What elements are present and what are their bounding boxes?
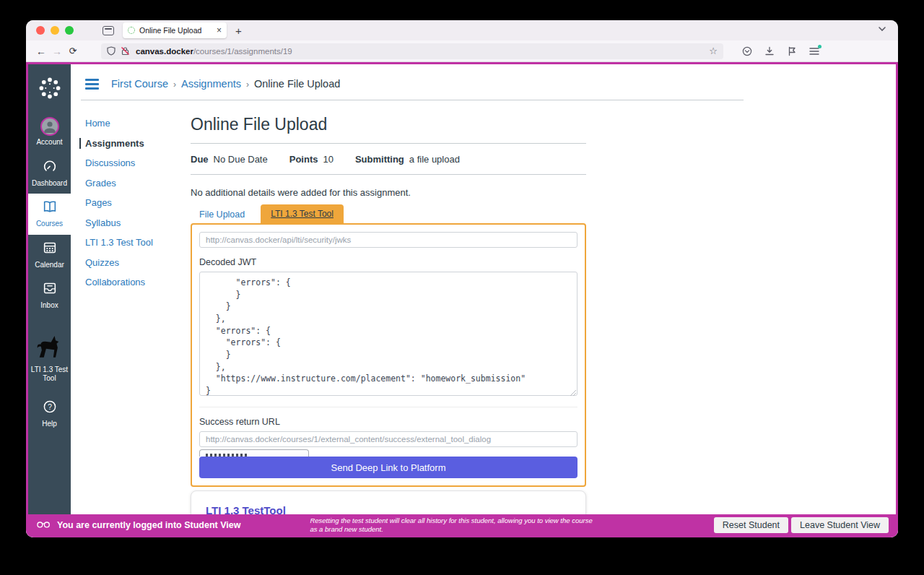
app-menu-icon[interactable] (809, 47, 819, 56)
points-value: 10 (323, 154, 333, 165)
browser-window: Online File Upload × + ← → ⟳ (26, 20, 898, 537)
tab-list-chevron-icon[interactable] (878, 26, 886, 32)
tracking-shield-icon[interactable] (107, 46, 116, 56)
breadcrumb-current: Online File Upload (254, 78, 340, 90)
sidebar-item-calendar[interactable]: Calendar (28, 235, 71, 276)
sidebar-item-lti-tool[interactable]: LTI 1.3 Test Tool (28, 327, 71, 389)
submitting-value: a file upload (409, 154, 460, 165)
url-path: /courses/1/assignments/19 (193, 47, 292, 56)
assignment-content: Online File Upload DueNo Due Date Points… (191, 100, 586, 514)
bookmark-star-icon[interactable]: ☆ (709, 46, 718, 56)
browser-tab[interactable]: Online File Upload × (123, 22, 227, 38)
lti-tool-card: LTI 1.3 TestTool (191, 490, 586, 514)
sidebar-label: Calendar (35, 261, 64, 270)
downloads-icon[interactable] (764, 46, 775, 56)
breadcrumb-assignments-link[interactable]: Assignments (181, 78, 241, 90)
sidebar-item-dashboard[interactable]: Dashboard (28, 153, 71, 194)
success-return-label: Success return URL (199, 417, 578, 427)
clipped-input[interactable] (199, 449, 309, 457)
courses-book-icon (41, 199, 58, 217)
sidebar-item-courses[interactable]: Courses (28, 194, 71, 235)
url-bar[interactable]: canvas.docker/courses/1/assignments/19 ☆ (101, 43, 723, 59)
sidebar-label: Dashboard (32, 179, 67, 189)
firefox-view-icon[interactable] (103, 26, 114, 35)
sidebar-label: Account (36, 138, 62, 147)
sidebar-label: Inbox (40, 301, 58, 311)
course-nav-pages[interactable]: Pages (85, 197, 191, 208)
url-host: canvas.docker (136, 47, 193, 56)
due-value: No Due Date (214, 154, 268, 165)
canvas-viewport: Account Dashboard Courses (26, 62, 898, 537)
breadcrumb: First Course›Assignments›Online File Upl… (111, 78, 340, 90)
tab-file-upload[interactable]: File Upload (191, 206, 253, 223)
tab-title: Online File Upload (139, 26, 214, 35)
course-menu-icon[interactable] (85, 79, 99, 90)
divider (191, 174, 586, 175)
close-window-button[interactable] (36, 26, 45, 35)
avatar (40, 117, 59, 136)
course-nav-discussions[interactable]: Discussions (85, 157, 191, 168)
glasses-icon (37, 519, 51, 532)
tool-card-title: LTI 1.3 TestTool (206, 504, 571, 514)
browser-tabbar: Online File Upload × + (26, 20, 898, 40)
course-nav-lti-tool[interactable]: LTI 1.3 Test Tool (85, 237, 191, 248)
back-button[interactable]: ← (33, 46, 49, 57)
course-nav-collaborations[interactable]: Collaborations (85, 277, 191, 288)
send-deep-link-button[interactable]: Send Deep Link to Platform (199, 457, 578, 478)
reset-student-button[interactable]: Reset Student (714, 517, 788, 533)
course-nav-syllabus[interactable]: Syllabus (85, 217, 191, 228)
success-return-url-input[interactable] (199, 431, 578, 447)
student-view-banner: You are currently logged into Student Vi… (28, 514, 896, 535)
browser-toolbar: ← → ⟳ canvas.docker/courses/1/assignment… (26, 40, 898, 62)
dashboard-gauge-icon (41, 158, 58, 177)
student-view-message: You are currently logged into Student Vi… (57, 520, 240, 530)
sidebar-item-inbox[interactable]: Inbox (28, 275, 71, 316)
divider (191, 143, 586, 144)
minimize-window-button[interactable] (51, 26, 59, 35)
calendar-icon (41, 240, 58, 259)
student-view-info: Resetting the test student will clear al… (310, 516, 598, 534)
sidebar-item-help[interactable]: ? Help (28, 394, 71, 435)
screenshot-stage: Online File Upload × + ← → ⟳ (0, 0, 924, 575)
pocket-icon[interactable] (742, 46, 752, 56)
page-title: Online File Upload (191, 115, 586, 134)
leave-student-view-button[interactable]: Leave Student View (791, 517, 889, 533)
jwks-url-input[interactable] (199, 232, 578, 248)
course-nav-home[interactable]: Home (85, 118, 191, 129)
insecure-lock-icon[interactable] (121, 46, 130, 56)
submission-tabs: File Upload LTI 1.3 Test Tool (191, 204, 586, 223)
url-text: canvas.docker/courses/1/assignments/19 (136, 47, 709, 56)
course-nav-grades[interactable]: Grades (85, 178, 191, 189)
points-label: Points (289, 154, 318, 165)
sidebar-item-account[interactable]: Account (28, 112, 71, 153)
inbox-tray-icon (41, 280, 58, 299)
forward-button[interactable]: → (49, 46, 65, 57)
decoded-jwt-textarea[interactable]: "errors": { } } }, "errors": { "errors":… (199, 272, 578, 396)
due-label: Due (191, 154, 209, 165)
tab-favicon-icon (128, 27, 135, 34)
canvas-logo-icon[interactable] (36, 70, 64, 112)
unicorn-icon (35, 332, 65, 363)
course-nav-assignments[interactable]: Assignments (79, 138, 191, 149)
decoded-jwt-label: Decoded JWT (199, 257, 578, 267)
course-nav: Home Assignments Discussions Grades Page… (71, 100, 191, 514)
assignment-details: DueNo Due Date Points10 Submittinga file… (191, 154, 586, 165)
course-nav-quizzes[interactable]: Quizzes (85, 257, 191, 268)
tab-lti-tool[interactable]: LTI 1.3 Test Tool (261, 204, 344, 223)
clipped-text (206, 454, 249, 457)
sidebar-label: Help (42, 420, 57, 429)
help-icon: ? (41, 399, 58, 418)
breadcrumb-course-link[interactable]: First Course (111, 78, 168, 90)
new-tab-button[interactable]: + (235, 25, 242, 37)
reload-button[interactable]: ⟳ (65, 46, 81, 56)
course-header: First Course›Assignments›Online File Upl… (71, 64, 896, 93)
window-controls (36, 26, 74, 35)
zoom-window-button[interactable] (65, 26, 74, 35)
extensions-icon[interactable] (787, 46, 797, 56)
global-nav: Account Dashboard Courses (28, 64, 71, 514)
sidebar-label: Courses (36, 220, 63, 229)
svg-text:?: ? (48, 402, 52, 410)
breadcrumb-separator: › (173, 79, 176, 90)
sidebar-label: LTI 1.3 Test Tool (31, 366, 69, 384)
tab-close-icon[interactable]: × (217, 25, 222, 35)
